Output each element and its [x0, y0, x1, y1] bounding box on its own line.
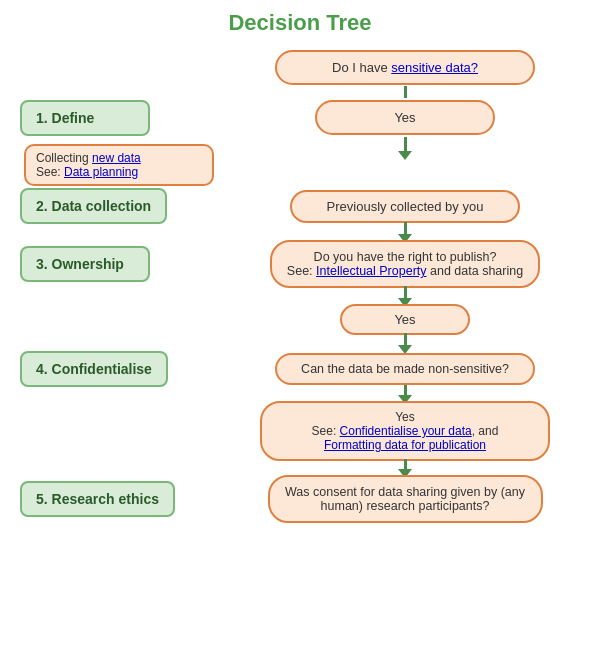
sensitive-data-link[interactable]: sensitive data?: [391, 60, 478, 75]
data-planning-link[interactable]: Data planning: [64, 165, 138, 179]
box-non-sensitive: Can the data be made non-sensitive?: [275, 353, 535, 385]
answer-yes-2: Yes: [340, 304, 470, 335]
question-sensitive-data: Do I have sensitive data?: [275, 50, 535, 85]
page-title: Decision Tree: [10, 10, 590, 36]
confidentialise-link[interactable]: Confidentialise your data: [340, 424, 472, 438]
label-research-ethics: 5. Research ethics: [20, 481, 175, 517]
label-define: 1. Define: [20, 100, 150, 136]
label-ownership: 3. Ownership: [20, 246, 150, 282]
box-right-to-publish: Do you have the right to publish? See: I…: [270, 240, 540, 288]
label-data-collection: 2. Data collection: [20, 188, 167, 224]
formatting-link[interactable]: Formatting data for publication: [324, 438, 486, 452]
box-yes-confidentialise: Yes See: Confidentialise your data, and …: [260, 401, 550, 461]
collecting-sub-note: Collecting new data See: Data planning: [24, 144, 214, 186]
box-consent: Was consent for data sharing given by (a…: [268, 475, 543, 523]
label-confidentialise: 4. Confidentialise: [20, 351, 168, 387]
new-data-link[interactable]: new data: [92, 151, 141, 165]
answer-yes-1: Yes: [315, 100, 495, 135]
box-previously-collected: Previously collected by you: [290, 190, 520, 223]
intellectual-property-link[interactable]: Intellectual Property: [316, 264, 426, 278]
